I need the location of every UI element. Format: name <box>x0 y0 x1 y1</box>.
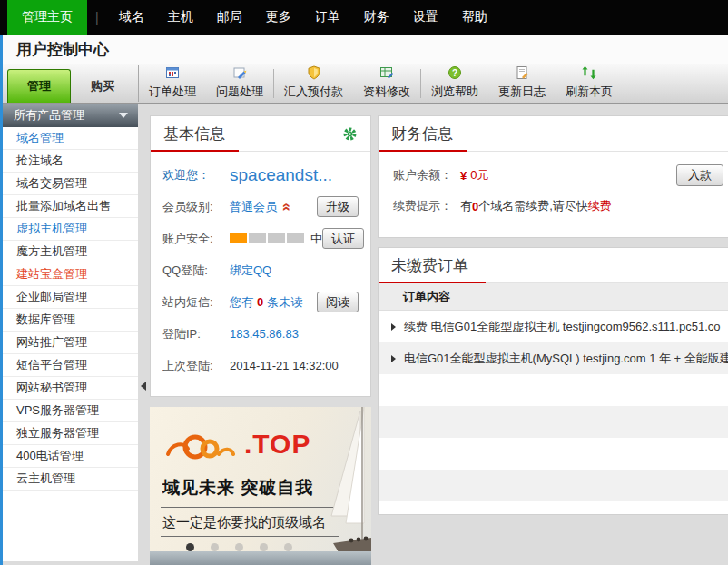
sidebar-item-vps[interactable]: VPS服务器管理 <box>3 400 138 422</box>
sidebar-item-database[interactable]: 数据库管理 <box>3 309 138 332</box>
sailboat-illustration <box>315 407 371 565</box>
security-strength-bar <box>230 233 304 243</box>
sidebar-item-bulk-sell[interactable]: 批量添加域名出售 <box>3 195 138 218</box>
toolbar-button-label: 订单处理 <box>149 84 196 100</box>
nav-item-finance[interactable]: 财务 <box>352 0 401 35</box>
carousel-dot[interactable] <box>186 543 194 551</box>
nav-separator: | <box>95 0 99 35</box>
nav-item-mail[interactable]: 邮局 <box>205 0 254 35</box>
sidebar-item-400-phone[interactable]: 400电话管理 <box>3 445 138 468</box>
toolbar-button-label: 更新日志 <box>498 84 546 100</box>
sidebar-item-backorder[interactable]: 抢注域名 <box>3 150 138 173</box>
changelog-button[interactable]: 更新日志 <box>488 63 556 103</box>
refresh-page-button[interactable]: 刷新本页 <box>556 63 623 103</box>
unpaid-orders-panel: 未缴费订单 订单内容 续费 电信G01全能型虚拟主机 testjingcom95… <box>378 247 728 515</box>
finance-panel: 财务信息 账户余额： ¥ 0元 入款 续费提示： 有 0 个域名需续费,请尽快 … <box>378 115 728 238</box>
nav-item-settings[interactable]: 设置 <box>401 0 450 35</box>
sidebar-item-domain-trade[interactable]: 域名交易管理 <box>3 173 138 195</box>
finance-title: 财务信息 <box>391 124 453 144</box>
carousel-dot[interactable] <box>211 543 219 551</box>
orders-column-header-label: 订单内容 <box>403 289 450 305</box>
login-ip-label: 登陆IP: <box>162 326 230 342</box>
nav-item-orders[interactable]: 订单 <box>303 0 352 35</box>
cloud-logo-icon <box>162 427 237 468</box>
gear-icon[interactable] <box>342 126 358 142</box>
carousel-dot[interactable] <box>284 543 292 551</box>
site-message-row: 站内短信: 您有 0 条未读 阅读 <box>151 286 370 318</box>
qq-login-label: QQ登陆: <box>162 263 230 279</box>
renew-link[interactable]: 续费 <box>588 198 612 214</box>
sidebar-item-domain-manage[interactable]: 域名管理 <box>3 127 138 150</box>
security-segment <box>249 233 266 243</box>
sidebar-item-cube-host[interactable]: 魔方主机管理 <box>3 241 138 263</box>
unpaid-orders-title-bar: 未缴费订单 <box>379 248 728 283</box>
balance-amount: 0元 <box>470 167 488 183</box>
unread-prefix: 您有 <box>230 294 253 311</box>
browse-help-button[interactable]: ? 浏览帮助 <box>421 63 488 103</box>
top-navigation: 管理主页 | 域名 主机 邮局 更多 订单 财务 设置 帮助 <box>0 0 728 35</box>
renew-tip-row: 续费提示： 有 0 个域名需续费,请尽快 续费 <box>379 191 728 222</box>
sidebar-item-enterprise-mail[interactable]: 企业邮局管理 <box>3 286 138 309</box>
svg-text:?: ? <box>452 68 457 78</box>
sidebar-item-sms-platform[interactable]: 短信平台管理 <box>3 354 138 377</box>
site-message-label: 站内短信: <box>162 294 230 311</box>
account-security-row: 账户安全: 中 认证 <box>151 223 370 254</box>
shield-icon <box>307 65 321 83</box>
nav-item-admin-home[interactable]: 管理主页 <box>7 0 87 35</box>
bind-qq-link[interactable]: 绑定QQ <box>230 263 271 279</box>
basic-info-title-bar: 基本信息 <box>151 116 370 152</box>
order-row-empty <box>379 470 728 501</box>
renew-tip-label: 续费提示： <box>393 198 460 214</box>
changelog-icon <box>515 65 529 83</box>
order-process-button[interactable]: 订单处理 <box>139 63 206 103</box>
main-content: 基本信息 欢迎您： spaceandst... 会员级别: 普通会员 « 升级 … <box>148 104 728 565</box>
profile-edit-button[interactable]: 资料修改 <box>353 63 420 103</box>
read-button[interactable]: 阅读 <box>317 292 359 312</box>
last-login-row: 上次登陆: 2014-11-21 14:32:00 <box>151 350 370 382</box>
last-login-label: 上次登陆: <box>162 358 230 374</box>
chevron-down-icon <box>119 113 128 118</box>
deposit-button[interactable]: 入款 <box>676 164 723 186</box>
banner-slogan: 域见未来 突破自我 <box>162 476 313 500</box>
renew-count: 0 <box>472 200 478 213</box>
order-row[interactable]: 续费 电信G01全能型虚拟主机 testjingcom9562.s111.pc5… <box>379 311 728 342</box>
finance-title-bar: 财务信息 <box>379 116 728 152</box>
page-title: 用户控制中心 <box>0 35 728 64</box>
upgrade-chevrons-icon: « <box>280 203 294 211</box>
welcome-row: 欢迎您： spaceandst... <box>151 159 370 191</box>
sidebar-item-site-promotion[interactable]: 网站推广管理 <box>3 332 138 354</box>
banner-divider <box>161 507 339 508</box>
order-row[interactable]: 电信G01全能型虚拟主机(MySQL) testjing.com 1 年 + 全… <box>379 342 728 374</box>
security-segment <box>287 233 304 243</box>
collapse-left-icon[interactable] <box>141 382 146 391</box>
carousel-dot[interactable] <box>260 543 268 551</box>
member-level-link[interactable]: 普通会员 <box>230 199 277 215</box>
security-segment <box>230 233 247 243</box>
issue-process-button[interactable]: 问题处理 <box>206 63 273 103</box>
prepay-import-button[interactable]: 汇入预付款 <box>274 63 353 103</box>
sidebar-item-site-secretary[interactable]: 网站秘书管理 <box>3 377 138 400</box>
login-ip-row: 登陆IP: 183.45.86.83 <box>151 318 370 350</box>
top-domain-banner[interactable]: .TOP 域见未来 突破自我 这一定是你要找的顶级域名 <box>150 407 371 565</box>
nav-item-domain[interactable]: 域名 <box>107 0 156 35</box>
sidebar-item-sitebuilder[interactable]: 建站宝盒管理 <box>3 263 138 286</box>
balance-row: 账户余额： ¥ 0元 入款 <box>379 160 728 191</box>
upgrade-button[interactable]: 升级 <box>317 196 359 217</box>
toolbar: 管理 购买 订单处理 问题处理 汇入预付款 资料修改 ? 浏览帮助 <box>0 64 728 104</box>
sidebar-item-dedicated-server[interactable]: 独立服务器管理 <box>3 422 138 445</box>
sidebar-item-cloud-host[interactable]: 云主机管理 <box>3 468 138 491</box>
nav-item-more[interactable]: 更多 <box>254 0 303 35</box>
tab-manage[interactable]: 管理 <box>7 69 71 103</box>
verify-button[interactable]: 认证 <box>322 228 364 249</box>
nav-item-help[interactable]: 帮助 <box>450 0 499 35</box>
edit-table-icon <box>379 65 394 83</box>
tab-buy[interactable]: 购买 <box>71 69 134 103</box>
sidebar-header-all-products[interactable]: 所有产品管理 <box>3 104 138 127</box>
security-segment <box>268 233 285 243</box>
pencil-note-icon <box>232 65 247 83</box>
nav-item-host[interactable]: 主机 <box>156 0 205 35</box>
banner-brand: .TOP <box>244 429 310 460</box>
carousel-dot[interactable] <box>235 543 243 551</box>
sidebar-item-vhost-manage[interactable]: 虚拟主机管理 <box>3 218 138 241</box>
sea-strip <box>150 551 371 565</box>
